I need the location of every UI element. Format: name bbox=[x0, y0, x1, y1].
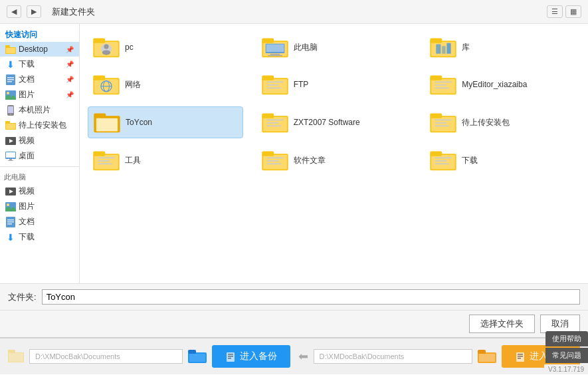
svg-rect-26 bbox=[7, 219, 14, 221]
file-item-software-articles[interactable]: 软件文章 bbox=[256, 145, 412, 176]
svg-rect-83 bbox=[93, 152, 105, 156]
sidebar-item-phone-photos[interactable]: 本机照片 bbox=[0, 102, 79, 118]
svg-rect-101 bbox=[9, 353, 23, 362]
sidebar-phone-photos-label: 本机照片 bbox=[19, 104, 50, 116]
svg-rect-98 bbox=[435, 163, 449, 164]
sidebar-desktop-label: Desktop bbox=[19, 45, 48, 54]
quick-access-label: 快速访问 bbox=[0, 27, 79, 42]
nav-forward-button[interactable]: ▶ bbox=[27, 5, 41, 18]
nav-back-button[interactable]: ◀ bbox=[7, 5, 21, 18]
cancel-button[interactable]: 取消 bbox=[540, 315, 580, 333]
file-item-download2[interactable]: 下载 bbox=[425, 145, 580, 176]
sidebar-item-download[interactable]: ⬇ 下载 📌 bbox=[0, 57, 79, 72]
restore-open-folder-icon[interactable] bbox=[478, 348, 496, 364]
faq-button[interactable]: 常见问题 bbox=[545, 348, 588, 363]
pending-install-folder-icon bbox=[430, 111, 456, 134]
library-folder-icon bbox=[430, 36, 456, 59]
svg-rect-5 bbox=[7, 79, 14, 80]
sidebar-pc-download-label: 下载 bbox=[19, 231, 35, 243]
svg-rect-86 bbox=[98, 163, 112, 164]
video-icon bbox=[5, 136, 16, 146]
svg-rect-115 bbox=[518, 358, 521, 359]
backup-section: 进入备份 bbox=[8, 345, 290, 368]
file-grid-container: pc 此电脑 bbox=[80, 24, 588, 283]
sidebar-video-label: 视频 bbox=[19, 135, 35, 146]
backup-path-input[interactable] bbox=[29, 349, 183, 364]
filename-input[interactable] bbox=[42, 289, 580, 305]
svg-rect-59 bbox=[266, 87, 280, 88]
sidebar-desktop2-label: 桌面 bbox=[19, 150, 35, 162]
svg-rect-113 bbox=[518, 354, 523, 355]
svg-rect-61 bbox=[431, 79, 455, 93]
restore-section: ⬅ 进入还原 bbox=[298, 345, 581, 368]
svg-rect-90 bbox=[266, 158, 283, 159]
docs-icon bbox=[5, 74, 16, 85]
svg-rect-39 bbox=[266, 45, 284, 53]
sidebar-item-desktop[interactable]: Desktop 📌 bbox=[0, 42, 79, 57]
sidebar-item-pc-download[interactable]: ⬇ 下载 bbox=[0, 229, 79, 245]
svg-rect-62 bbox=[431, 76, 442, 80]
file-library-label: 库 bbox=[462, 42, 470, 53]
svg-rect-111 bbox=[479, 354, 495, 362]
sidebar-item-images[interactable]: 图片 📌 bbox=[0, 87, 79, 102]
file-pc-label: pc bbox=[125, 43, 134, 52]
sidebar-item-pc-images[interactable]: 图片 bbox=[0, 199, 79, 214]
svg-rect-64 bbox=[435, 84, 447, 86]
sidebar-item-pc-video[interactable]: 视频 bbox=[0, 184, 79, 199]
svg-rect-97 bbox=[435, 160, 447, 162]
sidebar-item-docs[interactable]: 文档 📌 bbox=[0, 72, 79, 87]
view-list-button[interactable]: ☰ bbox=[547, 5, 563, 18]
svg-rect-31 bbox=[93, 39, 105, 43]
file-item-zxt2007[interactable]: ZXT2007 Software bbox=[256, 106, 412, 138]
sidebar-pc-video-label: 视频 bbox=[19, 186, 35, 197]
desktop-folder-icon bbox=[5, 44, 16, 55]
svg-rect-72 bbox=[266, 120, 283, 121]
file-item-myeditor[interactable]: MyEditor_xiazaiba bbox=[425, 69, 580, 100]
download2-folder-icon bbox=[430, 149, 456, 172]
new-folder-button[interactable]: 新建文件夹 bbox=[47, 5, 100, 19]
svg-rect-63 bbox=[435, 82, 452, 83]
this-pc-folder-icon bbox=[262, 36, 288, 59]
backup-icon bbox=[225, 351, 236, 362]
file-item-network[interactable]: 网络 bbox=[88, 69, 243, 100]
svg-rect-106 bbox=[228, 354, 233, 355]
svg-rect-55 bbox=[263, 79, 287, 93]
pc-images-icon bbox=[5, 201, 16, 212]
file-item-tools[interactable]: 工具 bbox=[88, 145, 243, 176]
file-item-ftp[interactable]: FTP bbox=[256, 69, 412, 100]
sidebar-item-video[interactable]: 视频 bbox=[0, 133, 79, 148]
file-item-library[interactable]: 库 bbox=[425, 32, 580, 63]
file-ftp-label: FTP bbox=[294, 80, 309, 89]
svg-rect-56 bbox=[262, 76, 274, 80]
enter-backup-button[interactable]: 进入备份 bbox=[212, 345, 290, 368]
sidebar-item-pc-docs[interactable]: 文档 bbox=[0, 214, 79, 229]
file-item-pc[interactable]: pc bbox=[88, 32, 243, 63]
file-item-this-pc[interactable]: 此电脑 bbox=[256, 32, 412, 63]
download-icon: ⬇ bbox=[5, 59, 16, 70]
svg-rect-80 bbox=[435, 125, 449, 126]
svg-rect-18 bbox=[6, 152, 15, 158]
svg-rect-37 bbox=[262, 39, 274, 43]
sidebar-docs-label: 文档 bbox=[19, 74, 35, 85]
restore-path-input[interactable] bbox=[314, 349, 473, 364]
svg-rect-95 bbox=[431, 152, 442, 156]
help-panel: 使用帮助 常见问题 V3.1.17.719 bbox=[544, 331, 588, 374]
pc-docs-icon bbox=[5, 217, 16, 227]
sidebar-item-desktop2[interactable]: 桌面 bbox=[0, 148, 79, 164]
sidebar-item-pending-upload[interactable]: 待上传安装包 bbox=[0, 118, 79, 133]
select-folder-button[interactable]: 选择文件夹 bbox=[469, 315, 535, 333]
restore-icon bbox=[515, 351, 526, 362]
file-item-toycon[interactable]: ToYcon bbox=[88, 106, 243, 138]
backup-open-folder-icon[interactable] bbox=[188, 348, 207, 364]
pc-download-icon: ⬇ bbox=[5, 232, 16, 243]
filename-bar: 文件夹: bbox=[0, 283, 588, 310]
svg-rect-107 bbox=[228, 356, 233, 357]
svg-rect-1 bbox=[6, 48, 15, 53]
view-grid-button[interactable]: ▦ bbox=[565, 5, 581, 18]
svg-rect-85 bbox=[98, 160, 110, 162]
help-button[interactable]: 使用帮助 bbox=[545, 331, 588, 346]
file-this-pc-label: 此电脑 bbox=[294, 42, 318, 53]
file-item-pending-install[interactable]: 待上传安装包 bbox=[425, 106, 580, 138]
svg-rect-14 bbox=[5, 121, 10, 124]
svg-point-11 bbox=[10, 114, 11, 115]
